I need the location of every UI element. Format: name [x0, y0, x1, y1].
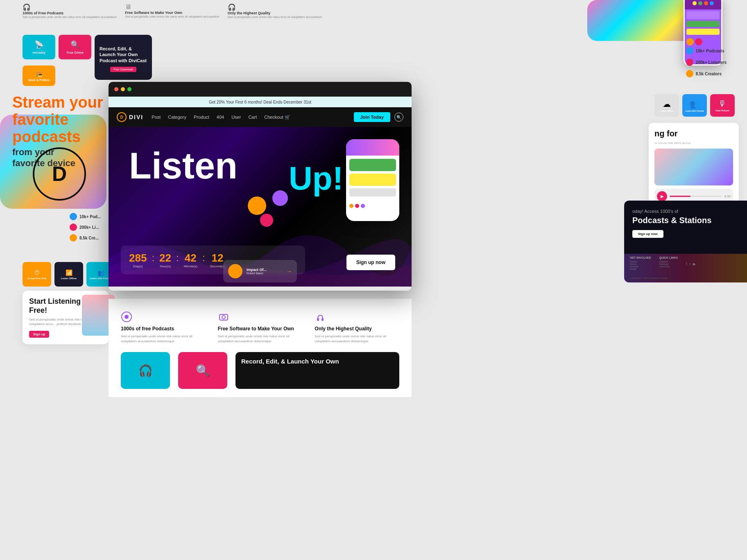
- feature-software: 🖥 Free Software to Make Your Own Sed ut …: [125, 3, 219, 19]
- stat-creators-right-label: 8.5k Creators: [696, 72, 722, 76]
- stat-podcasts-left: 10k+ Pod...: [70, 213, 101, 220]
- dp-footer-col1: GET INVOLVED Insider Demo Smooth Install: [630, 256, 651, 270]
- record-section: 🎧 🔍 Record, Edit, & Launch Your Own: [109, 352, 412, 397]
- main-browser-window: Get 20% Your First 6 months! Deal Ends D…: [109, 82, 412, 291]
- pc-avatar: [228, 264, 242, 278]
- tile-offline: 📶 Listen Offline: [54, 262, 83, 287]
- countdown-seconds-label: Second(s): [210, 264, 225, 268]
- pc-info: Impact Of... Robert Baker: [247, 268, 267, 275]
- nav-404[interactable]: 404: [217, 115, 224, 120]
- sl-signup-btn[interactable]: Sign up: [29, 331, 49, 338]
- nav-product[interactable]: Product: [194, 115, 209, 120]
- promo-bar: Get 20% Your First 6 months! Deal Ends D…: [109, 97, 412, 107]
- stat-creators-label: 8.5k Cre...: [79, 236, 99, 240]
- record-box-btn[interactable]: Free Download: [110, 67, 136, 72]
- countdown-hours: 22 Hour(s): [159, 252, 171, 268]
- svg-point-3: [222, 316, 225, 319]
- rs-dark-box: Record, Edit, & Launch Your Own: [235, 352, 399, 389]
- countdown-seconds: 12 Second(s): [210, 252, 225, 268]
- stream-text: Stream your favorite podcasts: [12, 94, 119, 145]
- stat-listeners-left: 200k+ Li...: [70, 224, 101, 231]
- feature-title-1: 1000s of Free Podcasts: [23, 11, 63, 15]
- rs-red-box: 🔍: [178, 352, 227, 389]
- nav-user[interactable]: User: [231, 115, 241, 120]
- hero-signup-btn[interactable]: Sign up now: [346, 255, 395, 270]
- fp-dots: [346, 202, 399, 210]
- svg-rect-5: [321, 318, 324, 321]
- stats-left: 10k+ Pod... 200k+ Li... 8.5k Cre...: [70, 213, 101, 242]
- pc-arrow-icon: →: [286, 268, 292, 275]
- circle-pink: [260, 214, 273, 227]
- countdown-days: 285 Day(s): [129, 252, 147, 268]
- tile-offline-label: Listen Offline: [61, 277, 77, 280]
- pc-title: Impact Of...: [247, 268, 267, 272]
- countdown-sep-1: :: [152, 252, 154, 268]
- stat-podcasts-label: 10k+ Pod...: [79, 215, 101, 219]
- red-label: True Crime: [66, 51, 84, 54]
- floating-phone: [346, 139, 399, 221]
- stat-dot-orange: [70, 234, 77, 242]
- circle-orange: [248, 196, 266, 215]
- red-box: 🔍 True Crime: [59, 35, 91, 59]
- fp-content: [346, 156, 399, 202]
- countdown-hours-number: 22: [159, 252, 171, 264]
- dp-social: f t ▶: [686, 256, 696, 270]
- dp-footer: GET INVOLVED Insider Demo Smooth Install…: [630, 256, 741, 270]
- nav-cart[interactable]: Cart: [248, 115, 257, 120]
- feature-desc-3: Sed ut perspiciatis unde omnis iste natu…: [228, 15, 322, 19]
- nav-search-icon[interactable]: 🔍: [394, 113, 403, 122]
- dp-footer-col2: QUICK LINKS Support Discover Live Chat: [659, 256, 678, 270]
- stat-dot-orange-right: [686, 70, 693, 77]
- nav-checkout[interactable]: Checkout 🛒: [264, 115, 290, 120]
- feature-desc-2: Sed ut perspiciatis unde omnis iste natu…: [125, 15, 219, 18]
- stat-listeners-right-label: 200k+ Listeners: [696, 60, 727, 65]
- nav-post[interactable]: Post: [152, 115, 161, 120]
- ct-crimson-label: Clear Podcast: [715, 109, 729, 112]
- ct-crimson: 🎙 Clear Podcast: [710, 94, 735, 117]
- nav-category[interactable]: Category: [168, 115, 186, 120]
- stat-listeners-label: 200k+ Li...: [79, 225, 99, 230]
- stat-creators-left: 8.5k Cre...: [70, 234, 101, 242]
- fp-card-green: [349, 159, 396, 171]
- fc-desc-3: Sed ut perspiciatis unde omnis iste natu…: [315, 334, 399, 344]
- divi-logo-icon: D: [117, 112, 127, 122]
- fp-dot-pink: [355, 204, 359, 208]
- record-box: Record, Edit, & Launch Your Own Podcast …: [95, 35, 152, 80]
- rc-image: [654, 149, 733, 185]
- orange-box-area: 📻 News & Politics: [23, 65, 55, 86]
- feature-free-podcasts: 🎧 1000s of Free Podcasts Sed ut perspici…: [23, 3, 117, 19]
- stat-podcasts-right: 10k+ Podcasts: [686, 47, 727, 54]
- rs-dark-title: Record, Edit, & Launch Your Own: [241, 358, 394, 365]
- gradient-phone-bg: [587, 0, 710, 41]
- countdown-days-number: 285: [129, 252, 147, 264]
- rs-cyan-box: 🎧: [121, 352, 170, 389]
- hero-section: Listen Up!: [109, 127, 412, 287]
- countdown-minutes-label: Minute(s): [184, 264, 197, 268]
- stat-dot-blue-right: [686, 47, 693, 54]
- bottom-left-tiles: ⏱ 14 day Free Trial 📶 Listen Offline 👥 L…: [23, 262, 115, 287]
- hero-listen-text: Listen: [129, 147, 238, 184]
- fc-icon-3: [315, 311, 326, 323]
- fp-dot-orange: [349, 204, 353, 208]
- hero-up-text: Up!: [289, 160, 343, 197]
- dp-signup-btn[interactable]: Sign up now: [632, 230, 663, 238]
- tile-trial-label: 14 day Free Trial: [27, 277, 46, 280]
- nav-join-btn[interactable]: Join Today: [354, 112, 390, 122]
- dark-panel-right: oday! Access 1000's of Podcasts & Statio…: [624, 201, 747, 282]
- orange-box: 📻 News & Politics: [23, 65, 55, 86]
- fc-icon-2: [218, 311, 229, 323]
- podcast-card: Impact Of... Robert Baker →: [223, 260, 297, 282]
- stat-dot-blue: [70, 213, 77, 220]
- fp-card-yellow: [349, 174, 396, 186]
- stat-dot-red-right: [686, 59, 693, 66]
- feature-desc-1: Sed ut perspiciatis unde omnis iste natu…: [23, 15, 117, 19]
- countdown-sep-2: :: [176, 252, 179, 268]
- stat-podcasts-right-label: 10k+ Podcasts: [696, 49, 724, 53]
- cyan-box: 📡 voicably: [23, 35, 55, 59]
- ct-blue-label: Listen with Friends: [685, 110, 704, 112]
- fp-header: [346, 139, 399, 156]
- promo-text: Get 20% Your First 6 months! Deal Ends D…: [209, 100, 311, 104]
- countdown-sep-3: :: [202, 252, 205, 268]
- nav-logo: D DIVI: [117, 112, 143, 122]
- countdown-minutes: 42 Minute(s): [184, 252, 197, 268]
